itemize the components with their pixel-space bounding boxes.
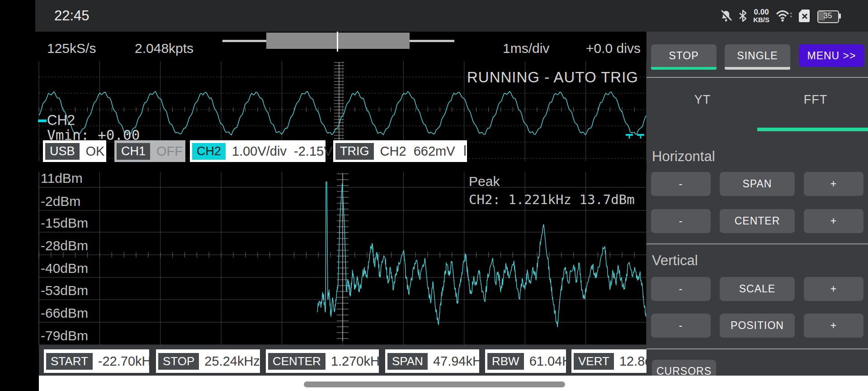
yt-channel-label: CH2 [47,112,75,129]
fft-y-label: 11dBm [41,171,83,186]
status-bar: 22:45 0.00 KB/S [35,0,868,32]
divider [646,348,868,349]
vert-chip: VERT [574,353,614,370]
usb-status-box[interactable]: USB OK [43,140,106,162]
sample-rate[interactable]: 125kS/s [47,41,96,56]
control-panel: STOP SINGLE MENU >> YT FFT Horizontal - … [646,32,868,376]
cursors-button[interactable]: CURSORS [652,360,716,376]
bottom-field-center[interactable]: CENTER1.270kHz [266,349,379,373]
start-value: -22.70kHz [98,354,158,369]
fft-y-label: -15dBm [41,215,88,231]
scale-plus-button[interactable]: + [804,277,863,301]
position-button[interactable]: POSITION [720,314,795,338]
record-length[interactable]: 2.048kpts [135,41,193,56]
bluetooth-icon [739,10,747,22]
ch1-box[interactable]: CH1 OFF [114,140,185,162]
position-plus-button[interactable]: + [804,314,863,338]
center-chip: CENTER [268,353,326,370]
network-speed: 0.00 KB/S [753,8,769,24]
battery-percent: 35 [817,11,838,20]
fft-y-label: -66dBm [41,305,88,321]
center-plus-button[interactable]: + [804,209,863,233]
center-button[interactable]: CENTER [720,209,795,233]
fft-y-label: -2dBm [41,194,80,209]
ch1-chip: CH1 [117,143,150,160]
trig-value: CH2 662mV [380,144,455,159]
bottom-field-stop[interactable]: STOP25.24kHz [156,349,260,373]
scale-minus-button[interactable]: - [651,277,711,301]
vertical-heading: Vertical [652,253,698,269]
center-value: 1.270kHz [331,354,387,369]
fft-y-label: -53dBm [41,283,88,298]
trigger-position-tick [337,30,338,52]
single-button[interactable]: SINGLE [725,44,790,70]
rbw-chip: RBW [487,353,524,370]
peak-readout: Peak CH2: 1.221kHz 13.7dBm [469,174,635,207]
wifi-icon [776,10,792,22]
divider [646,77,868,78]
rising-edge-icon [464,145,466,156]
usb-chip: USB [45,143,80,160]
ch1-value: OFF [156,144,183,159]
scale-button[interactable]: SCALE [720,277,795,301]
trig-chip: TRIG [335,143,374,160]
ch2-box[interactable]: CH2 1.00V/div -2.15V [190,140,326,162]
timebase[interactable]: 1ms/div [503,41,549,56]
peak-value: CH2: 1.221kHz 13.7dBm [469,192,635,207]
clock: 22:45 [54,8,90,24]
stop-value: 25.24kHz [204,354,260,369]
ch2-chip: CH2 [192,143,226,160]
status-icons: 0.00 KB/S 35 [720,0,841,32]
horizontal-offset[interactable]: +0.0 divs [586,41,641,56]
divider [646,243,868,244]
span-plus-button[interactable]: + [804,172,863,196]
fft-y-label: -79dBm [41,328,88,343]
tab-fft[interactable]: FFT [786,93,845,107]
start-chip: START [46,353,93,370]
center-minus-button[interactable]: - [651,209,711,233]
peak-title: Peak [469,174,635,189]
span-button[interactable]: SPAN [720,172,795,196]
tab-yt[interactable]: YT [673,93,732,107]
bottom-field-span[interactable]: SPAN47.94kHz [385,349,479,373]
stop-button[interactable]: STOP [651,44,717,70]
rbw-value: 61.04Hz [529,354,578,369]
acquisition-status: RUNNING - AUTO TRIG [467,69,638,86]
menu-button[interactable]: MENU >> [799,44,864,67]
horizontal-heading: Horizontal [652,148,715,165]
oscilloscope-app: 22:45 0.00 KB/S [0,0,868,391]
fft-y-label: -28dBm [41,238,88,253]
gesture-nav-pill[interactable] [304,381,565,387]
battery-icon: 35 [817,10,841,22]
sim-missing-icon [798,9,811,23]
fft-settings-bar: START-22.70kHzSTOP25.24kHzCENTER1.270kHz… [39,345,646,376]
position-minus-button[interactable]: - [651,314,711,338]
net-speed-value: 0.00 [754,8,769,16]
trigger-box[interactable]: TRIG CH2 662mV [333,140,467,162]
ch2-value: 1.00V/div -2.15V [232,144,332,159]
bottom-field-start[interactable]: START-22.70kHz [44,349,149,373]
notifications-off-icon [720,10,732,22]
span-minus-button[interactable]: - [651,172,711,196]
net-speed-unit: KB/S [753,16,769,24]
fft-tab-underline [757,128,868,131]
span-value: 47.94kHz [433,354,489,369]
stop-chip: STOP [158,353,199,370]
ch2-ground-marker [38,119,47,122]
fft-y-label: -40dBm [41,261,88,276]
span-chip: SPAN [387,353,428,370]
bottom-field-rbw[interactable]: RBW61.04Hz [485,349,566,373]
gesture-nav-strip [39,376,868,391]
usb-value: OK [86,144,105,159]
